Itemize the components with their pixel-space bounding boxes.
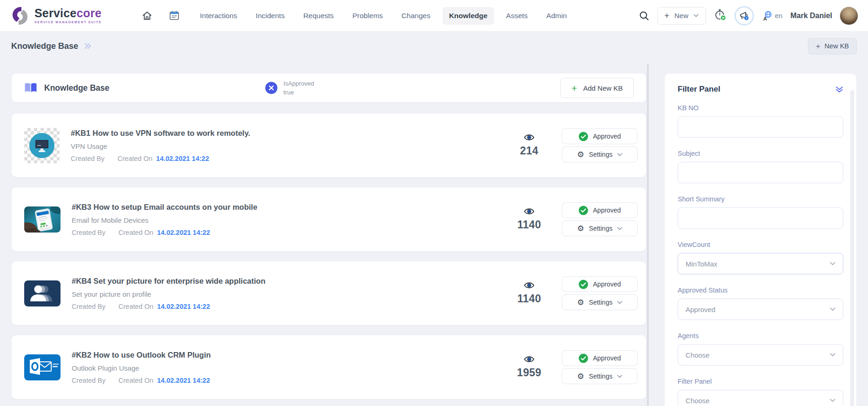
subject-label: Subject	[678, 150, 843, 157]
main-nav: Interactions Incidents Requests Problems…	[193, 7, 573, 25]
gear-icon: ⚙	[577, 151, 584, 159]
view-count: 214	[520, 145, 538, 157]
breadcrumb-row: Knowledge Base + New KB	[0, 32, 868, 60]
double-chevron-right-icon	[84, 43, 91, 49]
book-icon	[24, 82, 38, 93]
created-on-label: Created On	[119, 303, 154, 310]
servicecore-logo-icon	[10, 6, 30, 26]
created-on-label: Created On	[118, 155, 153, 162]
gear-icon: ⚙	[577, 299, 584, 306]
plus-icon: +	[665, 12, 670, 20]
add-new-kb-button[interactable]: + Add New KB	[560, 78, 634, 98]
settings-dropdown-button[interactable]: ⚙ Settings	[562, 146, 638, 162]
filter-panel-select[interactable]: Choose	[678, 390, 843, 406]
kb-title[interactable]: #KB3 How to setup Email accounts on your…	[72, 203, 512, 212]
created-on-date: 14.02.2021 14:22	[157, 377, 210, 384]
subject-input[interactable]	[678, 162, 843, 183]
new-kb-button[interactable]: + New KB	[808, 38, 857, 54]
announcements-button[interactable]: i	[734, 6, 754, 26]
translate-icon: A	[762, 11, 773, 21]
breadcrumb: Knowledge Base	[11, 41, 91, 51]
filter-panel-title: Filter Panel	[678, 85, 720, 94]
kb-subtitle: Set your picture on profile	[72, 290, 512, 298]
close-circle-icon[interactable]	[265, 82, 277, 94]
gear-icon: ⚙	[577, 225, 584, 233]
kb-title[interactable]: #KB2 How to use Outlook CRM Plugin	[72, 351, 512, 359]
svg-text:i: i	[746, 16, 747, 20]
collapse-panel-button[interactable]	[835, 86, 843, 93]
kb-title[interactable]: #KB1 How to use VPN software to work rem…	[71, 129, 512, 138]
kb-no-label: KB NO	[678, 104, 843, 112]
kb-card: #KB4 Set your picture for enterprise wid…	[12, 261, 646, 325]
settings-dropdown-button[interactable]: ⚙ Settings	[562, 368, 638, 384]
chevron-down-icon	[617, 153, 622, 156]
nav-item-knowledge[interactable]: Knowledge	[443, 7, 494, 25]
kb-list-header: Knowledge Base IsApproved true + Add New…	[12, 73, 646, 102]
nav-item-requests[interactable]: Requests	[297, 7, 340, 25]
kb-thumbnail-people-silhouettes[interactable]	[24, 280, 61, 306]
kb-no-input[interactable]	[678, 116, 843, 138]
chevron-down-icon	[617, 227, 622, 230]
kb-title[interactable]: #KB4 Set your picture for enterprise wid…	[72, 277, 512, 286]
user-name[interactable]: Mark Daniel	[790, 12, 832, 20]
created-by-label: Created By	[71, 155, 105, 162]
nav-item-problems[interactable]: Problems	[346, 7, 389, 25]
eye-icon	[524, 133, 535, 141]
chevron-down-icon	[830, 353, 835, 357]
kb-subtitle: VPN Usage	[71, 142, 512, 150]
svg-text:A: A	[763, 15, 767, 21]
settings-dropdown-button[interactable]: ⚙ Settings	[562, 294, 638, 310]
section-title: Knowledge Base	[44, 83, 109, 93]
calendar-icon[interactable]	[168, 10, 180, 21]
page-title: Knowledge Base	[11, 41, 78, 51]
avatar[interactable]	[840, 7, 858, 25]
agents-select[interactable]: Choose	[678, 344, 843, 366]
nav-item-changes[interactable]: Changes	[395, 7, 437, 25]
home-icon[interactable]	[141, 10, 153, 21]
approved-status-select[interactable]: Approved	[678, 299, 843, 320]
nav-item-interactions[interactable]: Interactions	[193, 7, 243, 25]
nav-item-incidents[interactable]: Incidents	[249, 7, 291, 25]
chevron-down-icon	[617, 301, 622, 304]
chevron-down-icon	[617, 375, 622, 378]
approved-status-button[interactable]: Approved	[562, 350, 638, 366]
kb-thumbnail-vpn-monitor[interactable]	[24, 128, 60, 163]
filter-panel-scrollbar[interactable]	[850, 90, 854, 406]
nav-item-assets[interactable]: Assets	[499, 7, 534, 25]
created-by-label: Created By	[72, 229, 106, 236]
settings-dropdown-button[interactable]: ⚙ Settings	[562, 220, 638, 236]
created-on-date: 14.02.2021 14:22	[157, 229, 210, 236]
approved-status-button[interactable]: Approved	[562, 128, 638, 144]
kb-thumbnail-outlook-logo[interactable]	[24, 354, 61, 380]
new-button[interactable]: + New	[657, 7, 707, 25]
viewcount-select[interactable]: MinToMax	[678, 253, 843, 274]
filter-panel-field-label: Filter Panel	[678, 378, 843, 385]
gear-icon: ⚙	[577, 373, 584, 380]
kb-card: #KB3 How to setup Email accounts on your…	[12, 187, 646, 251]
approved-status-button[interactable]: Approved	[562, 276, 638, 292]
stopwatch-icon[interactable]	[714, 8, 727, 23]
kb-list-area: Knowledge Base IsApproved true + Add New…	[12, 73, 646, 406]
active-filter-chip: IsApproved true	[265, 79, 314, 97]
search-icon[interactable]	[639, 11, 649, 21]
content-scrollbar[interactable]	[647, 63, 649, 406]
approved-status-label: Approved Status	[678, 286, 843, 294]
created-on-label: Created On	[119, 377, 154, 384]
eye-icon	[524, 281, 535, 289]
quick-icons	[141, 10, 180, 21]
top-navbar: Servicecore SERVICE MANAGEMENT SUITE Int…	[0, 0, 868, 32]
brand-logo[interactable]: Servicecore SERVICE MANAGEMENT SUITE	[10, 6, 101, 26]
nav-item-admin[interactable]: Admin	[540, 7, 573, 25]
filter-chip-value: true	[283, 89, 294, 96]
view-count: 1959	[517, 366, 541, 379]
kb-card: #KB2 How to use Outlook CRM Plugin Outlo…	[12, 335, 646, 399]
chevron-down-icon	[693, 14, 699, 17]
language-selector[interactable]: A en	[762, 11, 782, 21]
short-summary-input[interactable]	[678, 207, 843, 229]
check-circle-icon	[579, 206, 588, 215]
approved-status-button[interactable]: Approved	[562, 202, 638, 218]
kb-thumbnail-outlook-mobile-photo[interactable]	[24, 206, 61, 233]
short-summary-label: Short Summary	[678, 195, 843, 203]
brand-name: Servicecore	[34, 7, 101, 19]
kb-subtitle: Outlook Plugin Usage	[72, 364, 512, 372]
